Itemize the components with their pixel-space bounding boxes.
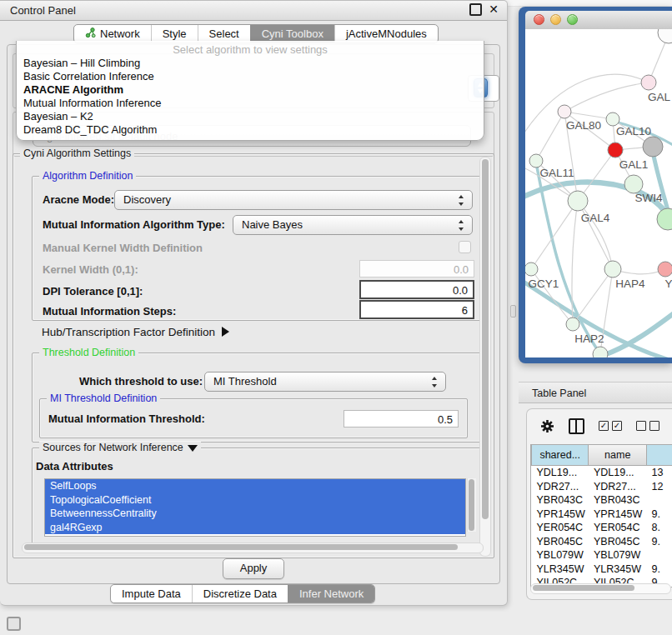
- node-bottom[interactable]: [593, 347, 608, 358]
- table-cell: YPR145W: [532, 508, 589, 522]
- minimize-traffic-light-icon[interactable]: [550, 14, 561, 25]
- node-gal80[interactable]: [558, 105, 571, 118]
- mi-threshold-label: Mutual Information Threshold:: [48, 412, 205, 425]
- tab-jactivemnodules[interactable]: jActiveMNodules: [334, 25, 438, 42]
- node-gal11[interactable]: [529, 154, 543, 168]
- table-row[interactable]: YLR345WYLR345W9.: [532, 562, 672, 577]
- node-hap2[interactable]: [566, 318, 579, 331]
- node-top-white[interactable]: [658, 29, 672, 43]
- tab-label: Infer Network: [299, 585, 364, 602]
- aracne-mode-value: Discovery: [123, 193, 171, 206]
- tab-style[interactable]: Style: [151, 25, 198, 42]
- table-row[interactable]: YBL079WYBL079W: [532, 548, 672, 562]
- which-threshold-combobox[interactable]: MI Threshold: [204, 372, 446, 392]
- deselect-all-columns-icon[interactable]: [636, 421, 659, 431]
- tab-infer-network[interactable]: Infer Network: [288, 585, 374, 602]
- hub-definition-label: Hub/Transcription Factor Definition: [42, 326, 215, 338]
- tab-impute-data[interactable]: Impute Data: [111, 585, 192, 602]
- panel-splitter[interactable]: [510, 305, 516, 318]
- manual-kernel-checkbox[interactable]: [459, 241, 471, 253]
- table-row[interactable]: YPR145WYPR145W9.: [532, 508, 672, 522]
- column-header[interactable]: name: [589, 445, 647, 466]
- attribute-list-item[interactable]: SelfLoops: [45, 479, 465, 493]
- combo-arrows-icon: [431, 376, 439, 388]
- control-panel-titlebar: Control Panel ✕: [0, 1, 507, 21]
- node-pink-right[interactable]: [658, 262, 672, 277]
- apply-button[interactable]: Apply: [223, 558, 284, 579]
- minimized-panel-icon[interactable]: [7, 617, 21, 631]
- tab-cyni-toolbox[interactable]: Cyni Toolbox: [250, 25, 334, 42]
- algorithm-option[interactable]: Mutual Information Inference: [17, 97, 484, 110]
- collapsed-arrow-icon: [222, 327, 229, 337]
- unchecked-box-icon: [636, 421, 646, 431]
- mi-type-combobox[interactable]: Naive Bayes: [233, 215, 473, 235]
- table-cell: YER054C: [589, 521, 647, 535]
- hub-definition-toggle[interactable]: Hub/Transcription Factor Definition: [42, 326, 229, 338]
- tab-label: Cyni Toolbox: [262, 25, 323, 42]
- attribute-list-item[interactable]: gal4RGexp: [45, 521, 465, 535]
- tab-select[interactable]: Select: [198, 25, 250, 42]
- algorithm-option[interactable]: Bayesian – Hill Climbing: [17, 57, 484, 70]
- algorithm-option[interactable]: Dream8 DC_TDC Algorithm: [17, 123, 484, 137]
- node-gal4[interactable]: [568, 191, 588, 211]
- table-row[interactable]: YDL19...YDL19...13: [532, 466, 672, 480]
- network-edge: [573, 269, 613, 324]
- table-cell: [646, 493, 672, 508]
- kernel-width-field[interactable]: 0.0: [359, 260, 474, 278]
- column-layout-icon[interactable]: [569, 418, 584, 434]
- table-cell: YDL19...: [532, 466, 589, 480]
- table-cell: YDR27...: [589, 480, 647, 494]
- float-window-icon[interactable]: [469, 3, 482, 16]
- aracne-mode-combobox[interactable]: Discovery: [114, 190, 473, 210]
- table-cell: [646, 548, 672, 562]
- node-hap4[interactable]: [604, 261, 621, 278]
- attribute-list-item[interactable]: TopologicalCoefficient: [45, 493, 465, 508]
- select-all-columns-icon[interactable]: ✓ ✓: [599, 421, 622, 431]
- node-label: Y: [664, 278, 672, 290]
- node-red[interactable]: [608, 142, 623, 158]
- dpi-tolerance-field[interactable]: 0.0: [359, 280, 474, 299]
- node-gal7[interactable]: [641, 75, 656, 90]
- node-label: GAL10: [616, 125, 651, 138]
- network-tab-icon: [85, 25, 96, 42]
- node-gray[interactable]: [643, 137, 663, 157]
- table-cell: YBL079W: [532, 548, 589, 562]
- tab-discretize-data[interactable]: Discretize Data: [192, 585, 288, 602]
- algorithm-option[interactable]: ARACNE Algorithm: [17, 83, 484, 97]
- table-panel: ✓ ✓ shared...name YDL19...YDL19...13YDR2…: [526, 408, 672, 600]
- attributes-list-scrollbar[interactable]: [467, 478, 476, 532]
- attribute-list-item[interactable]: BetweennessCentrality: [45, 507, 465, 521]
- mi-threshold-field[interactable]: 0.5: [344, 410, 459, 428]
- table-row[interactable]: YBR045CYBR045C9.: [532, 535, 672, 549]
- settings-vertical-scrollbar[interactable]: [479, 157, 491, 557]
- settings-horizontal-scrollbar[interactable]: [22, 542, 484, 553]
- gear-icon[interactable]: [540, 419, 554, 433]
- node-swi4[interactable]: [624, 175, 643, 193]
- node-big-green[interactable]: [657, 208, 672, 230]
- network-window-titlebar[interactable]: [525, 11, 672, 30]
- data-attributes-list[interactable]: SelfLoopsTopologicalCoefficientBetweenne…: [44, 478, 466, 537]
- table-cell: 13: [646, 466, 672, 480]
- close-traffic-light-icon[interactable]: [534, 14, 544, 25]
- node-gal10[interactable]: [606, 112, 619, 126]
- table-panel-titlebar: Table Panel: [519, 382, 672, 403]
- column-header[interactable]: shared...: [532, 445, 589, 466]
- zoom-traffic-light-icon[interactable]: [567, 14, 578, 25]
- column-header[interactable]: [646, 445, 672, 466]
- mi-steps-field[interactable]: 6: [359, 300, 474, 319]
- expanded-arrow-icon[interactable]: [188, 445, 198, 452]
- algorithm-option[interactable]: Bayesian – K2: [17, 110, 484, 123]
- algorithm-option[interactable]: Basic Correlation Inference: [17, 70, 484, 83]
- table-cell: 9.: [646, 535, 672, 549]
- unchecked-box-icon: [649, 421, 659, 431]
- tab-network[interactable]: Network: [74, 25, 151, 42]
- table-horizontal-scrollbar[interactable]: [530, 583, 671, 594]
- network-canvas[interactable]: GALGAL80GAL10GAL1GAL11SWI4GAL4GCY1HAP4YH…: [525, 29, 672, 358]
- close-icon[interactable]: ✕: [489, 3, 499, 16]
- table-row[interactable]: YBR043CYBR043C: [532, 493, 672, 508]
- table-row[interactable]: YDR27...YDR27...12: [532, 480, 672, 494]
- table-row[interactable]: YER054CYER054C8.: [532, 521, 672, 535]
- table-cell: 12: [646, 480, 672, 494]
- node-gcy1[interactable]: [525, 262, 538, 276]
- table-cell: YDR27...: [532, 480, 589, 494]
